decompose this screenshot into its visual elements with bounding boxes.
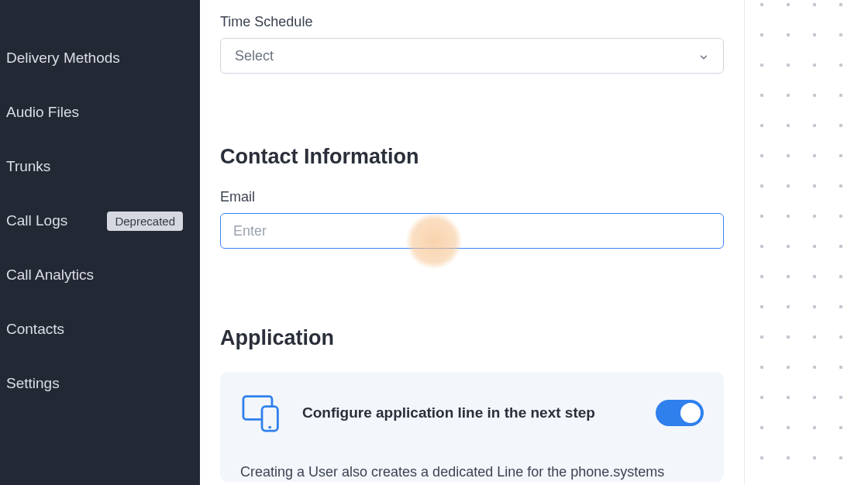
sidebar: Delivery Methods Audio Files Trunks Call… [0,0,200,485]
sidebar-item-settings[interactable]: Settings [0,356,200,411]
right-decorative-panel [744,0,868,485]
sidebar-item-delivery-methods[interactable]: Delivery Methods [0,31,200,85]
sidebar-item-trunks[interactable]: Trunks [0,139,200,194]
sidebar-item-label: Trunks [6,158,50,175]
time-schedule-label: Time Schedule [220,14,724,30]
contact-information-heading: Contact Information [220,145,724,169]
time-schedule-select[interactable]: Select [220,38,724,74]
sidebar-item-contacts[interactable]: Contacts [0,302,200,356]
dot-grid-decoration [760,3,866,485]
configure-app-line-toggle[interactable] [656,400,704,426]
sidebar-item-audio-files[interactable]: Audio Files [0,85,200,139]
select-placeholder: Select [235,48,274,64]
email-label: Email [220,189,724,205]
sidebar-item-label: Contacts [6,321,64,338]
devices-icon [240,394,284,432]
sidebar-item-label: Settings [6,375,60,392]
application-card-header: Configure application line in the next s… [240,394,704,432]
svg-point-2 [268,426,271,429]
application-heading: Application [220,326,724,350]
application-card: Configure application line in the next s… [220,372,724,482]
toggle-knob [680,403,701,423]
sidebar-item-call-logs[interactable]: Call Logs Deprecated [0,194,200,248]
chevron-down-icon [698,50,709,61]
application-card-description: Creating a User also creates a dedicated… [240,462,704,482]
sidebar-item-label: Call Logs [6,212,67,229]
application-card-title: Configure application line in the next s… [302,404,656,421]
sidebar-item-call-analytics[interactable]: Call Analytics [0,248,200,302]
sidebar-item-label: Audio Files [6,104,79,121]
sidebar-item-label: Delivery Methods [6,50,120,67]
deprecated-badge: Deprecated [107,212,183,231]
sidebar-item-label: Call Analytics [6,267,94,284]
main-content: Time Schedule Select Contact Information… [200,0,744,485]
email-field[interactable] [220,213,724,249]
